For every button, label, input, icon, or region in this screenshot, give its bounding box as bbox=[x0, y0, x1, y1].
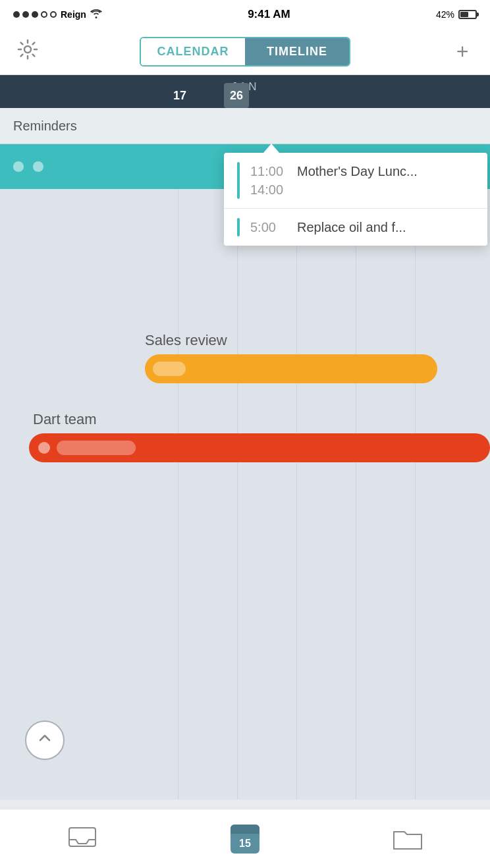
status-bar: Reign 9:41 AM 42% bbox=[0, 0, 490, 29]
view-toggle: CALENDAR TIMELINE bbox=[140, 37, 350, 67]
time-display: 9:41 AM bbox=[248, 8, 290, 21]
gear-icon bbox=[17, 39, 38, 65]
day-number-17: 17 bbox=[167, 83, 192, 108]
popup-event-2[interactable]: 5:00 Replace oil and f... bbox=[224, 209, 487, 246]
battery-icon bbox=[458, 10, 477, 19]
signal-dot-3 bbox=[32, 11, 38, 18]
status-right: 42% bbox=[436, 9, 477, 20]
settings-button[interactable] bbox=[13, 38, 42, 67]
dart-bar-inner bbox=[57, 441, 136, 455]
dart-dot bbox=[38, 442, 50, 454]
nav-calendar[interactable]: 15 bbox=[231, 825, 259, 854]
sales-bar-inner bbox=[153, 362, 186, 376]
popup-title-2: Replace oil and f... bbox=[297, 218, 406, 236]
signal-dot-1 bbox=[13, 11, 20, 18]
calendar-nav-number: 15 bbox=[239, 834, 251, 854]
popup-arrow bbox=[263, 144, 279, 153]
battery-fill bbox=[460, 12, 468, 17]
chevron-up-icon bbox=[37, 730, 53, 750]
dart-team-row: Dart team bbox=[0, 411, 490, 462]
main-content: JAN 17 26 Reminders 11:0014:00 Mother's … bbox=[0, 75, 490, 800]
calendar-nav-icon: 15 bbox=[231, 825, 259, 854]
calendar-nav-top bbox=[231, 825, 259, 834]
inbox-icon bbox=[66, 825, 99, 854]
dart-team-bar[interactable] bbox=[29, 433, 490, 462]
nav-inbox[interactable] bbox=[66, 825, 99, 854]
popup-event-1[interactable]: 11:0014:00 Mother's Day Lunc... bbox=[224, 153, 487, 209]
popup-time-2: 5:00 bbox=[250, 218, 286, 236]
day-number-26: 26 bbox=[224, 83, 249, 108]
event-color-bar-1 bbox=[237, 162, 240, 199]
month-header: JAN 17 26 bbox=[0, 75, 490, 108]
event-popup: 11:0014:00 Mother's Day Lunc... 5:00 Rep… bbox=[224, 153, 487, 246]
folder-icon bbox=[391, 825, 424, 854]
wifi-icon bbox=[90, 9, 102, 20]
popup-title-1: Mother's Day Lunc... bbox=[297, 162, 418, 180]
status-left: Reign bbox=[13, 9, 102, 20]
carrier-label: Reign bbox=[61, 9, 86, 20]
reminders-label: Reminders bbox=[13, 119, 77, 134]
reminders-row: Reminders bbox=[0, 108, 490, 144]
sales-review-bar[interactable] bbox=[145, 354, 437, 383]
calendar-tab[interactable]: CALENDAR bbox=[141, 38, 245, 65]
scroll-up-button[interactable] bbox=[25, 720, 65, 760]
signal-dots bbox=[13, 11, 57, 18]
battery-percentage: 42% bbox=[436, 9, 454, 20]
sales-review-label: Sales review bbox=[0, 332, 490, 349]
nav-folders[interactable] bbox=[391, 825, 424, 854]
sales-review-row: Sales review bbox=[0, 332, 490, 383]
svg-point-0 bbox=[24, 46, 31, 53]
signal-dot-4 bbox=[41, 11, 47, 18]
timeline-tab[interactable]: TIMELINE bbox=[245, 38, 349, 65]
day-marker-26: 26 bbox=[224, 83, 249, 108]
teal-dot-1 bbox=[13, 161, 24, 172]
bottom-nav: 15 bbox=[0, 809, 490, 868]
dart-team-label: Dart team bbox=[0, 411, 490, 428]
signal-dot-5 bbox=[50, 11, 57, 18]
teal-dot-2 bbox=[33, 161, 43, 172]
popup-time-1: 11:0014:00 bbox=[250, 162, 286, 199]
signal-dot-2 bbox=[22, 11, 29, 18]
app-header: CALENDAR TIMELINE + bbox=[0, 29, 490, 75]
event-color-bar-2 bbox=[237, 218, 240, 236]
day-marker-17: 17 bbox=[167, 83, 192, 108]
add-button[interactable]: + bbox=[448, 38, 477, 67]
